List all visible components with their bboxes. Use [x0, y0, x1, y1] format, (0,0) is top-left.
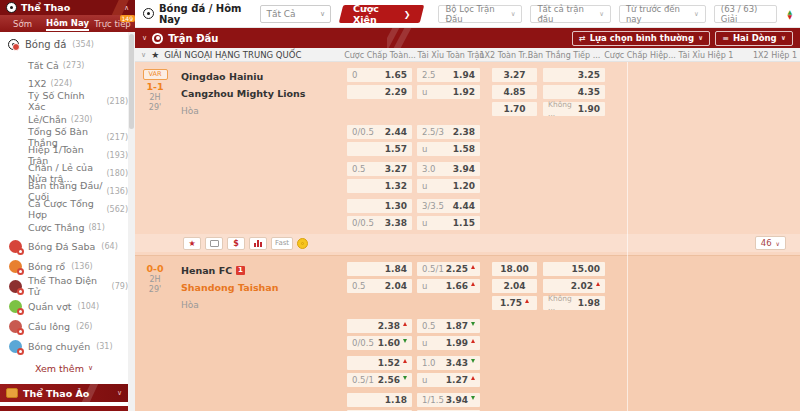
chevron-down-icon[interactable]: ∨	[141, 51, 146, 59]
odds-cell[interactable]: 0.5/12.56	[347, 373, 412, 387]
all-matches-dropdown[interactable]: Tất cả trận đấu ∨	[530, 5, 611, 23]
odds-column-header: Tài Xỉu Toàn Trận	[418, 48, 485, 62]
row-view-button[interactable]: ≡ Hai Dòng ∨	[715, 31, 793, 46]
odds-cell[interactable]: 0.53.27	[347, 162, 412, 176]
chevron-down-icon[interactable]: ∨	[142, 34, 147, 42]
odds-cell[interactable]: 2.5/32.38	[417, 125, 480, 139]
odds-cell[interactable]: 1.57	[347, 142, 412, 156]
odds-cell[interactable]: 4.85	[492, 85, 537, 99]
scrollbar-thumb[interactable]	[129, 34, 134, 129]
breadcrumb: Bóng đá / Hôm Nay	[143, 3, 252, 25]
odds-cell[interactable]: 0.51.87	[417, 319, 480, 333]
extra-odds-set: 1.521.03.430.5/12.56u1.27	[135, 356, 800, 387]
home-team[interactable]: Qingdao Hainiu	[181, 68, 347, 85]
odds-cell[interactable]: 3.03.94	[417, 162, 480, 176]
sidebar-market-item[interactable]: Tất Cả273	[0, 56, 128, 74]
favorite-star-icon[interactable]: ★	[151, 50, 159, 60]
tab-early[interactable]: Sớm	[0, 15, 45, 32]
odds-cell[interactable]: 1/1.53.94	[417, 393, 480, 407]
odds-sort-icon[interactable]: ▲ ▼	[787, 9, 792, 19]
odds-value: 15.00	[572, 264, 600, 274]
odds-cell[interactable]: u1.92	[417, 85, 480, 99]
chevron-down-icon: ∨	[320, 10, 325, 18]
odds-cell[interactable]: 18.00	[492, 262, 537, 276]
sidebar-sport-item[interactable]: Bóng rổ136	[0, 256, 128, 276]
virtual-sports-banner[interactable]: Thể Thao Ảo ∨	[0, 384, 128, 402]
sidebar-scrollbar[interactable]	[128, 32, 135, 411]
odds-cell[interactable]: u1.66	[417, 279, 480, 293]
away-team[interactable]: Shandong Taishan	[181, 279, 347, 296]
market-label: Tỷ Số Chính Xác	[28, 90, 102, 112]
odds-cell[interactable]: Không ...1.90	[543, 102, 605, 116]
odds-cell[interactable]: u1.58	[417, 142, 480, 156]
trend-up-icon	[471, 376, 475, 380]
odds-cell[interactable]: 1.70	[492, 102, 537, 116]
odds-cell[interactable]: u1.15	[417, 216, 480, 230]
odds-cell[interactable]: 3.27	[492, 68, 537, 82]
odds-cell[interactable]: 1.75	[492, 296, 537, 310]
odds-cell[interactable]: 0.52.04	[347, 279, 412, 293]
odds-cell[interactable]: 1.30	[347, 199, 412, 213]
show-more-button[interactable]: Xem thêm ∨	[0, 360, 128, 376]
stats-icon[interactable]	[249, 237, 267, 250]
odds-cell[interactable]: 0/0.52.44	[347, 125, 412, 139]
odds-cell[interactable]: 2.51.94	[417, 68, 480, 82]
tab-today[interactable]: Hôm Nay	[45, 15, 90, 32]
parlay-button[interactable]: Cược Xiên❯	[339, 5, 425, 23]
tab-live[interactable]: Trực tiếp 149	[90, 15, 135, 32]
odds-cell[interactable]: 0/0.53.38	[347, 216, 412, 230]
sidebar-market-item[interactable]: Tỷ Số Chính Xác218	[0, 92, 128, 110]
sidebar-sport-item[interactable]: Thể Thao Điện Tử79	[0, 276, 128, 296]
favorite-star-icon[interactable]: ★	[183, 237, 201, 250]
odds-cell[interactable]: 2.29	[347, 85, 412, 99]
cashout-icon[interactable]: $	[227, 237, 245, 250]
sidebar-market-item[interactable]: Cá Cược Tổng Hợp562	[0, 200, 128, 218]
sidebar-sport-item[interactable]: Bóng chuyền31	[0, 336, 128, 356]
odds-cell[interactable]: 2.04	[492, 279, 537, 293]
odds-cell[interactable]: Không ...1.98	[543, 296, 605, 310]
odds-cell[interactable]: 1.84	[347, 262, 412, 276]
odds-column-header: Tài Xỉu Hiệp 1	[679, 48, 734, 62]
odds-cell[interactable]: 3/3.54.44	[417, 199, 480, 213]
odds-cell[interactable]: u1.20	[417, 179, 480, 193]
selection-mode-button[interactable]: ⇄ Lựa chọn bình thường ∨	[572, 31, 710, 46]
market-count-select[interactable]: 46∨	[755, 236, 786, 250]
match-filter-dropdown[interactable]: Bộ Lọc Trận Đấu ∨	[438, 5, 522, 23]
odds-cell[interactable]: 3.25	[543, 68, 605, 82]
sports-logo-bar[interactable]: Thể Thao ∧	[0, 0, 135, 15]
match-block: VAR1-12H29'Qingdao HainiuCangzhou Mighty…	[135, 62, 800, 255]
odds-cell[interactable]: 2.38	[347, 319, 412, 333]
away-team[interactable]: Cangzhou Mighty Lions	[181, 85, 347, 102]
odds-cell[interactable]: 4.35	[543, 85, 605, 99]
logo-title: Thể Thao	[21, 2, 70, 13]
soccer-ball-live-icon	[8, 39, 19, 50]
odds-cell[interactable]: u1.99	[417, 336, 480, 350]
odds-cell[interactable]: 1.52	[347, 356, 412, 370]
sidebar-sport-item[interactable]: Cầu lông26	[0, 316, 128, 336]
market-count: 217	[106, 133, 128, 142]
odds-row: 1.521.03.43	[347, 356, 800, 370]
odds-value: 4.35	[578, 87, 600, 97]
odds-line: 0/0.5	[352, 218, 374, 228]
boost-coin-icon[interactable]	[297, 238, 308, 249]
odds-cell[interactable]: 0/0.51.60	[347, 336, 412, 350]
odds-cell[interactable]: 1.18	[347, 393, 412, 407]
odds-cell[interactable]: 1.32	[347, 179, 412, 193]
time-range-dropdown[interactable]: Từ trước đến nay ∨	[619, 5, 706, 23]
odds-value: 4.85	[503, 87, 525, 97]
sidebar-sport-item[interactable]: Bóng Đá Saba64	[0, 236, 128, 256]
odds-cell[interactable]: 01.65	[347, 68, 412, 82]
odds-cell[interactable]: 2.02	[543, 279, 605, 293]
odds-cell[interactable]: 1.03.43	[417, 356, 480, 370]
sidebar-item-football[interactable]: Bóng đá 354	[0, 32, 128, 56]
home-team[interactable]: Henan FC1	[181, 262, 347, 279]
odds-cell[interactable]: u1.27	[417, 373, 480, 387]
sidebar-sport-item[interactable]: Quần vợt104	[0, 296, 128, 316]
trend-down-icon	[471, 322, 475, 326]
league-select[interactable]: Tất Cả ∨	[260, 5, 331, 23]
odds-cell[interactable]: 15.00	[543, 262, 605, 276]
sidebar-market-item[interactable]: Cược Thắng81	[0, 218, 128, 236]
fast-market-button[interactable]: Fast	[271, 237, 293, 250]
live-tv-icon[interactable]	[205, 237, 223, 250]
odds-cell[interactable]: 0.5/12.25	[417, 262, 480, 276]
